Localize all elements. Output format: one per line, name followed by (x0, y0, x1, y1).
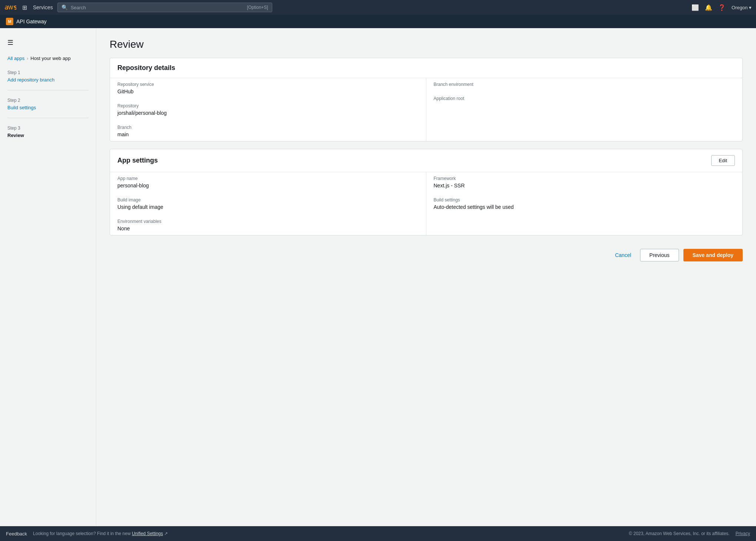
repository-label: Repository (117, 103, 419, 108)
branch-value: main (117, 131, 419, 137)
step-1: Step 1 Add repository branch (7, 70, 89, 90)
search-icon: 🔍 (61, 4, 68, 10)
save-deploy-button[interactable]: Save and deploy (683, 249, 743, 261)
search-bar[interactable]: 🔍 [Option+S] (57, 3, 272, 12)
env-vars-item: Environment variables None (117, 219, 419, 231)
branch-env-label: Branch environment (434, 82, 735, 87)
app-settings-card: App settings Edit App name personal-blog… (110, 149, 743, 236)
service-icon: M (6, 18, 13, 25)
unified-settings-link[interactable]: Unified Settings (132, 531, 163, 536)
app-settings-left: App name personal-blog Build image Using… (110, 172, 426, 235)
repository-value: jorshali/personal-blog (117, 110, 419, 116)
framework-value: Next.js - SSR (434, 183, 735, 188)
steps-nav: Step 1 Add repository branch Step 2 Buil… (0, 64, 96, 159)
step-3-number: Step 3 (7, 126, 89, 131)
build-settings-item: Build settings Auto-detected settings wi… (434, 197, 735, 210)
repo-service-label: Repository service (117, 82, 419, 87)
repository-item: Repository jorshali/personal-blog (117, 103, 419, 116)
region-selector[interactable]: Oregon ▾ (732, 5, 752, 10)
previous-button[interactable]: Previous (640, 249, 679, 261)
breadcrumb-all-apps[interactable]: All apps (7, 56, 24, 61)
search-input[interactable] (71, 5, 244, 10)
step-3-active: Review (7, 133, 24, 138)
branch-item: Branch main (117, 125, 419, 137)
build-image-item: Build image Using default image (117, 197, 419, 210)
repo-details-card: Repository details Repository service Gi… (110, 58, 743, 141)
breadcrumb-current: Host your web app (30, 56, 70, 61)
step-2-number: Step 2 (7, 98, 89, 103)
cloud-shell-icon[interactable]: ⬜ (692, 4, 699, 11)
repo-details-title: Repository details (117, 64, 175, 72)
repo-details-header: Repository details (110, 58, 742, 78)
nav-right-icons: ⬜ 🔔 ❓ Oregon ▾ (692, 4, 752, 11)
step-2-link[interactable]: Build settings (7, 105, 36, 110)
service-name: API Gateway (16, 19, 47, 24)
breadcrumb-separator: › (27, 56, 28, 61)
cancel-button[interactable]: Cancel (610, 249, 636, 261)
edit-button[interactable]: Edit (711, 155, 735, 166)
app-settings-grid: App name personal-blog Build image Using… (110, 172, 742, 235)
sidebar: ☰ All apps › Host your web app Step 1 Ad… (0, 28, 96, 526)
app-root-item: Application root (434, 96, 735, 101)
grid-icon[interactable]: ⊞ (21, 3, 29, 13)
repo-service-value: GitHub (117, 89, 419, 94)
framework-item: Framework Next.js - SSR (434, 176, 735, 188)
env-vars-value: None (117, 226, 419, 231)
page-wrapper: ☰ All apps › Host your web app Step 1 Ad… (0, 28, 756, 526)
privacy-link[interactable]: Privacy (736, 531, 750, 536)
help-icon[interactable]: ❓ (718, 4, 726, 11)
app-settings-header: App settings Edit (110, 149, 742, 172)
repo-details-grid: Repository service GitHub Repository jor… (110, 78, 742, 141)
services-nav[interactable]: Services (33, 4, 53, 10)
step-1-link[interactable]: Add repository branch (7, 77, 54, 83)
breadcrumb: All apps › Host your web app (0, 50, 96, 64)
app-root-label: Application root (434, 96, 735, 101)
build-settings-label: Build settings (434, 197, 735, 203)
branch-env-item: Branch environment (434, 82, 735, 87)
step-2: Step 2 Build settings (7, 98, 89, 118)
build-settings-value: Auto-detected settings will be used (434, 204, 735, 210)
bell-icon[interactable]: 🔔 (705, 4, 712, 11)
top-navigation: ⊞ Services 🔍 [Option+S] ⬜ 🔔 ❓ Oregon ▾ (0, 0, 756, 15)
menu-button[interactable]: ☰ (0, 36, 96, 50)
build-image-label: Build image (117, 197, 419, 203)
repo-details-left: Repository service GitHub Repository jor… (110, 78, 426, 141)
app-name-item: App name personal-blog (117, 176, 419, 188)
env-vars-label: Environment variables (117, 219, 419, 224)
footer-actions: Cancel Previous Save and deploy (110, 243, 743, 270)
step-3: Step 3 Review (7, 126, 89, 146)
app-settings-title: App settings (117, 157, 158, 164)
branch-label: Branch (117, 125, 419, 130)
main-content: Review Repository details Repository ser… (96, 28, 756, 526)
bottom-bar: Feedback Looking for language selection?… (0, 526, 756, 541)
feedback-button[interactable]: Feedback (6, 531, 27, 537)
app-name-value: personal-blog (117, 183, 419, 188)
copyright: © 2023, Amazon Web Services, Inc. or its… (629, 531, 730, 536)
app-name-label: App name (117, 176, 419, 181)
framework-label: Framework (434, 176, 735, 181)
app-settings-right: Framework Next.js - SSR Build settings A… (426, 172, 743, 235)
search-shortcut: [Option+S] (247, 5, 268, 10)
repo-details-right: Branch environment Application root (426, 78, 743, 141)
repo-service-item: Repository service GitHub (117, 82, 419, 94)
build-image-value: Using default image (117, 204, 419, 210)
aws-logo[interactable] (4, 3, 16, 11)
bottom-right: © 2023, Amazon Web Services, Inc. or its… (629, 531, 750, 536)
step-1-number: Step 1 (7, 70, 89, 75)
page-title: Review (110, 39, 743, 50)
bottom-notice: Looking for language selection? Find it … (33, 531, 623, 536)
service-bar: M API Gateway (0, 15, 756, 28)
